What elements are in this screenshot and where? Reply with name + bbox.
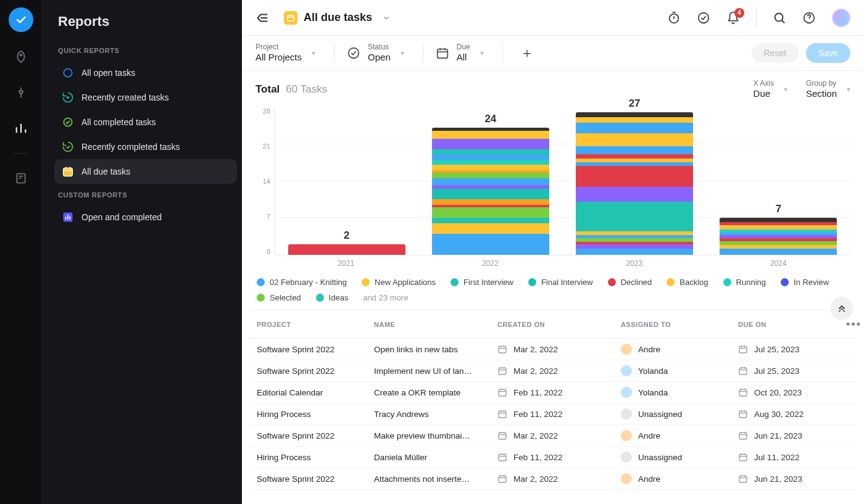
pin-icon[interactable]	[10, 81, 32, 104]
legend-dot-icon	[257, 294, 265, 302]
avatar-icon	[621, 365, 632, 376]
table-row[interactable]: Editorial CalendarCreate a OKR templateF…	[249, 382, 857, 403]
xaxis-select[interactable]: X Axis Due ▾	[754, 80, 787, 99]
legend-item[interactable]: New Applications	[362, 278, 436, 287]
table-row[interactable]: Software Sprint 2022Implement new UI of …	[249, 360, 857, 382]
x-label: 2021	[283, 259, 409, 268]
legend-item[interactable]: Running	[723, 278, 766, 287]
legend-dot-icon	[723, 278, 731, 286]
svg-rect-20	[739, 411, 747, 418]
sidebar-item-label: Recently created tasks	[81, 93, 169, 102]
sidebar-item[interactable]: All due tasks	[54, 159, 237, 184]
legend-dot-icon	[362, 278, 370, 286]
reports-nav-icon[interactable]	[10, 117, 32, 139]
sidebar-item-label: All completed tasks	[81, 117, 156, 127]
svg-rect-13	[499, 346, 506, 353]
avatar-icon	[621, 387, 632, 398]
calendar-icon	[284, 11, 297, 25]
sidebar-item-label: Open and completed	[81, 212, 162, 222]
sidebar-item[interactable]: All completed tasks	[54, 110, 237, 134]
collapse-sidebar-icon[interactable]	[255, 11, 269, 25]
user-avatar[interactable]	[832, 9, 850, 27]
reset-button[interactable]: Reset	[752, 43, 799, 63]
check-circle-icon[interactable]	[697, 11, 710, 25]
legend-item[interactable]: Backlog	[667, 278, 708, 287]
bar-value-label: 24	[484, 113, 496, 125]
timer-icon[interactable]	[667, 11, 681, 25]
add-filter-button[interactable]: ＋	[515, 44, 539, 62]
svg-rect-23	[499, 454, 506, 461]
search-icon[interactable]	[773, 11, 786, 25]
svg-rect-6	[288, 15, 294, 20]
legend-dot-icon	[257, 278, 265, 286]
table-row[interactable]: Software Sprint 2022Make preview thumbna…	[249, 425, 857, 447]
sidebar-item-label: Recently completed tasks	[81, 142, 180, 152]
chart-icon	[62, 211, 74, 223]
table-header: PROJECT NAME CREATED ON ASSIGNED TO DUE …	[249, 310, 857, 339]
section-label: QUICK REPORTS	[58, 47, 237, 54]
total-label: Total	[255, 83, 280, 96]
save-button[interactable]: Save	[806, 43, 850, 63]
svg-rect-21	[499, 432, 506, 439]
reload-check-icon	[62, 141, 74, 153]
avatar-icon	[621, 473, 632, 484]
app-logo[interactable]	[9, 7, 33, 32]
legend-dot-icon	[451, 278, 459, 286]
bar[interactable]	[288, 244, 405, 255]
help-icon[interactable]	[802, 11, 816, 25]
legend-more[interactable]: and 23 more	[363, 293, 408, 302]
sidebar-item[interactable]: Open and completed	[54, 205, 237, 229]
notification-badge: 4	[734, 8, 744, 18]
svg-rect-19	[499, 411, 506, 418]
page-title: All due tasks	[304, 11, 372, 24]
table-row[interactable]: Hiring ProcessDaniela MüllerFeb 11, 2022…	[249, 447, 857, 468]
legend-item[interactable]: Final Interview	[528, 278, 593, 287]
legend-dot-icon	[316, 294, 324, 302]
notifications-icon[interactable]: 4	[726, 11, 740, 25]
filter-project[interactable]: ProjectAll Projects ▾	[255, 43, 328, 62]
total-count: 60 Tasks	[286, 83, 327, 96]
x-label: 2024	[715, 259, 842, 268]
legend-item[interactable]: Ideas	[316, 293, 349, 302]
filter-status[interactable]: StatusOpen ▾	[334, 43, 417, 62]
legend-item[interactable]: First Interview	[451, 278, 513, 287]
legend-item[interactable]: Declined	[608, 278, 652, 287]
bar-value-label: 7	[776, 203, 781, 215]
sidebar-title: Reports	[54, 14, 237, 30]
legend-item[interactable]: Selected	[257, 293, 301, 302]
bar[interactable]	[720, 218, 837, 255]
svg-rect-17	[499, 389, 506, 396]
legend-item[interactable]: 02 February - Knitting	[257, 278, 347, 287]
bar[interactable]	[432, 128, 549, 255]
sidebar-item[interactable]: Recently completed tasks	[54, 134, 237, 159]
legend-dot-icon	[608, 278, 616, 286]
svg-point-0	[20, 54, 22, 56]
status-icon	[347, 46, 360, 60]
sidebar-item-label: All open tasks	[81, 68, 135, 78]
groupby-select[interactable]: Group by Section ▾	[806, 80, 850, 99]
bar-value-label: 2	[344, 229, 349, 242]
svg-rect-24	[739, 454, 747, 461]
svg-rect-16	[739, 368, 747, 374]
chevron-down-icon[interactable]	[382, 14, 391, 22]
rocket-icon[interactable]	[10, 46, 32, 68]
x-label: 2023	[571, 259, 697, 268]
legend-dot-icon	[528, 278, 536, 286]
note-icon[interactable]	[10, 167, 32, 189]
svg-rect-26	[739, 476, 747, 482]
avatar-icon	[621, 408, 632, 419]
sidebar-item[interactable]: All open tasks	[54, 60, 237, 85]
table-row[interactable]: Hiring ProcessTracy AndrewsFeb 11, 2022U…	[249, 403, 857, 425]
legend-item[interactable]: In Review	[781, 278, 829, 287]
avatar-icon	[621, 430, 632, 441]
table-row[interactable]: Software Sprint 2022Open links in new ta…	[249, 339, 857, 360]
calendar-icon	[62, 165, 74, 178]
svg-rect-22	[739, 432, 747, 439]
bar[interactable]	[576, 112, 693, 255]
table-more-icon[interactable]: •••	[843, 318, 862, 331]
filter-due[interactable]: DueAll ▾	[423, 43, 496, 62]
sidebar-item[interactable]: Recently created tasks	[54, 85, 237, 110]
svg-point-2	[64, 68, 72, 76]
table-row[interactable]: Software Sprint 2022Attachments not inse…	[249, 468, 857, 490]
legend-dot-icon	[781, 278, 789, 286]
